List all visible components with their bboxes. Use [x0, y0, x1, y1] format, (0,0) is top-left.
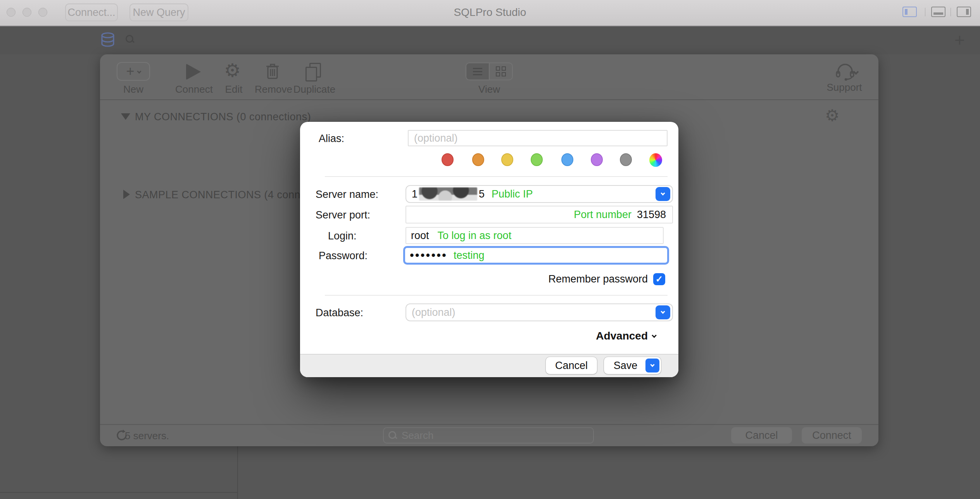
sample-connections-group[interactable]: SAMPLE CONNECTIONS (4 connecti — [135, 189, 317, 201]
titlebar-new-query-label: New Query — [133, 7, 185, 19]
remember-password-label: Remember password — [548, 273, 648, 285]
database-label: Database: — [316, 307, 363, 319]
list-view-icon — [473, 68, 482, 75]
password-input[interactable]: ••••••• testing — [403, 246, 669, 265]
database-tab-icon[interactable] — [100, 32, 116, 49]
color-dot-red[interactable] — [442, 153, 454, 166]
login-value: root — [411, 230, 429, 242]
panel-bottom-fill — [933, 12, 943, 15]
color-dot-orange[interactable] — [472, 153, 484, 166]
server-name-input[interactable]: 1 5 Public IP — [405, 185, 673, 203]
sidebar-left-toggle-icon[interactable] — [902, 7, 917, 17]
chevron-down-icon — [661, 309, 665, 314]
server-port-annotation: Port number — [574, 209, 631, 221]
background-divider-vertical — [237, 446, 238, 499]
login-annotation: To log in as root — [438, 230, 512, 242]
dialog-cancel-button[interactable]: Cancel — [546, 357, 597, 374]
window-cancel-button[interactable]: Cancel — [731, 427, 792, 444]
toolbar-support-label: Support — [819, 81, 870, 94]
view-grid-segment[interactable] — [490, 63, 512, 80]
window-title: SQLPro Studio — [388, 6, 592, 19]
toolbar-view-label: View — [466, 83, 513, 95]
server-port-value: 31598 — [637, 209, 666, 221]
dialog-separator-top — [325, 176, 668, 177]
server-port-input[interactable]: Port number 31598 — [405, 206, 673, 224]
chevron-down-icon — [661, 191, 665, 195]
sidebar-left-fill — [905, 9, 908, 15]
chevron-down-icon — [137, 69, 141, 73]
toolbar-separator — [100, 99, 878, 100]
toolbar-duplicate-label: Duplicate — [289, 83, 340, 95]
server-port-label: Server port: — [316, 209, 370, 221]
statusbar-separator — [100, 424, 878, 425]
dialog-save-label: Save — [614, 360, 638, 372]
database-dropdown-button[interactable] — [656, 305, 670, 319]
window-connect-label: Connect — [812, 430, 851, 442]
panel-bottom-toggle-icon[interactable] — [931, 7, 945, 17]
connections-settings-gear-icon[interactable]: ⚙ — [825, 106, 840, 125]
server-name-label: Server name: — [316, 188, 378, 201]
color-dot-rainbow[interactable] — [649, 153, 662, 167]
toolbar-edit-label: Edit — [216, 83, 251, 95]
tab-strip: + — [0, 26, 980, 54]
titlebar-new-query-button[interactable]: New Query — [129, 3, 188, 21]
view-list-segment[interactable] — [466, 63, 490, 80]
window-titlebar: Connect... New Query SQLPro Studio — [0, 0, 980, 26]
connection-edit-dialog: Alias: (optional) Server name: 1 5 Publi… — [300, 122, 678, 377]
titlebar-connect-label: Connect... — [67, 7, 115, 19]
window-connect-button[interactable]: Connect — [802, 427, 862, 444]
chevron-down-icon — [652, 333, 657, 338]
toolbar-new-label: New — [116, 83, 151, 95]
server-count-text: 5 servers. — [125, 430, 169, 442]
remove-trash-icon[interactable] — [264, 62, 281, 81]
background-divider-horizontal — [0, 492, 237, 493]
titlebar-divider — [925, 8, 925, 16]
titlebar-connect-button[interactable]: Connect... — [65, 3, 118, 21]
titlebar-divider — [951, 8, 951, 16]
server-name-suffix: 5 — [479, 188, 485, 200]
password-label: Password: — [319, 250, 368, 262]
new-tab-plus-icon[interactable]: + — [954, 29, 965, 50]
dialog-footer: Cancel Save — [300, 354, 678, 377]
dialog-cancel-label: Cancel — [555, 360, 588, 372]
alias-input[interactable]: (optional) — [408, 130, 668, 146]
remember-password-checkbox[interactable] — [653, 273, 665, 285]
dialog-save-button[interactable]: Save — [604, 357, 661, 374]
advanced-toggle[interactable]: Advanced — [596, 330, 656, 342]
color-dot-blue[interactable] — [561, 153, 573, 166]
redacted-ip-block — [419, 187, 477, 201]
zoom-window-icon[interactable] — [38, 8, 47, 17]
edit-gear-icon[interactable]: ⚙ — [224, 61, 241, 80]
close-window-icon[interactable] — [7, 8, 16, 17]
alias-placeholder: (optional) — [414, 132, 458, 144]
connection-search-input[interactable]: Search — [383, 427, 594, 444]
window-cancel-label: Cancel — [745, 430, 778, 442]
dialog-separator-bottom — [325, 295, 668, 296]
database-placeholder: (optional) — [412, 307, 455, 319]
chevron-down-icon — [650, 362, 654, 367]
support-headset-icon[interactable] — [833, 61, 858, 81]
password-masked-value: ••••••• — [410, 250, 447, 261]
color-dot-green[interactable] — [531, 153, 543, 166]
panel-right-toggle-icon[interactable] — [957, 7, 971, 17]
new-connection-button[interactable]: + — [117, 62, 150, 81]
color-dot-yellow[interactable] — [501, 153, 513, 166]
server-name-dropdown-button[interactable] — [656, 187, 670, 201]
remember-password-row: Remember password — [548, 273, 665, 285]
password-annotation: testing — [454, 250, 485, 262]
login-label: Login: — [328, 230, 357, 242]
alias-label: Alias: — [319, 132, 344, 145]
sample-connections-disclosure-icon[interactable] — [123, 190, 130, 199]
view-mode-segmented-control — [466, 62, 513, 80]
login-input[interactable]: root To log in as root — [405, 227, 664, 244]
my-connections-disclosure-icon[interactable] — [121, 113, 130, 120]
minimize-window-icon[interactable] — [22, 8, 31, 17]
save-dropdown-button[interactable] — [645, 359, 659, 373]
database-input[interactable]: (optional) — [405, 303, 673, 321]
my-connections-group[interactable]: MY CONNECTIONS (0 connections) — [135, 111, 311, 123]
plus-icon: + — [126, 64, 134, 78]
color-dot-gray[interactable] — [620, 153, 632, 166]
duplicate-icon[interactable] — [305, 63, 320, 80]
color-dot-purple[interactable] — [591, 153, 603, 166]
connect-play-icon[interactable] — [186, 64, 201, 80]
